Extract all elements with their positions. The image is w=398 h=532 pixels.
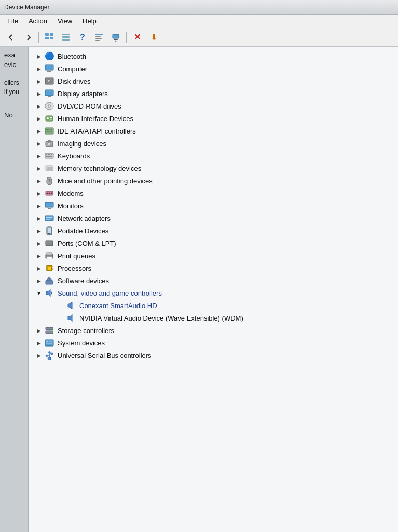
- svg-rect-84: [45, 340, 53, 346]
- expand-computer[interactable]: ▶: [35, 64, 43, 73]
- svg-point-94: [48, 357, 51, 360]
- menu-help[interactable]: Help: [77, 16, 102, 26]
- svg-point-24: [49, 105, 50, 107]
- keyboard-icon: [44, 151, 54, 161]
- expand-systemdevices[interactable]: ▶: [35, 339, 43, 347]
- expand-soundvideo[interactable]: ▼: [35, 289, 43, 297]
- expand-humaninterface[interactable]: ▶: [35, 114, 43, 123]
- expand-diskdrives[interactable]: ▶: [35, 77, 43, 85]
- update-driver-button[interactable]: [108, 31, 123, 44]
- expand-dvdcdrom[interactable]: ▶: [35, 102, 43, 110]
- expand-ports[interactable]: ▶: [35, 239, 43, 247]
- title-bar-text: Device Manager: [4, 4, 49, 11]
- expand-ideata[interactable]: ▶: [35, 127, 43, 135]
- svg-rect-54: [45, 216, 53, 221]
- toolbar: ? ✕ ⬇: [0, 28, 398, 47]
- scan-changes-button[interactable]: ⬇: [146, 31, 161, 44]
- svg-rect-62: [49, 242, 50, 243]
- expand-imaging[interactable]: ▶: [35, 139, 43, 148]
- svg-rect-16: [46, 72, 52, 72]
- svg-point-13: [115, 40, 117, 42]
- dvdcdrom-label: DVD/CD-ROM drives: [58, 102, 121, 110]
- expand-bluetooth[interactable]: ▶: [35, 52, 43, 60]
- svg-point-48: [47, 193, 48, 194]
- back-button[interactable]: [4, 31, 19, 44]
- svg-rect-91: [51, 353, 53, 355]
- tree-item-bluetooth[interactable]: ▶ 🔵 Bluetooth: [29, 50, 398, 62]
- svg-rect-4: [62, 34, 70, 35]
- tree-item-diskdrives[interactable]: ▶ Disk drives: [29, 75, 398, 87]
- svg-point-49: [49, 193, 50, 194]
- tree-item-displayadapters[interactable]: ▶ Display adapters: [29, 87, 398, 100]
- tree-item-nvidia-audio[interactable]: NVIDIA Virtual Audio Device (Wave Extens…: [29, 312, 398, 324]
- tree-item-conexant[interactable]: Conexant SmartAudio HD: [29, 299, 398, 312]
- expand-displayadapters[interactable]: ▶: [35, 89, 43, 98]
- usb-icon: [44, 351, 54, 360]
- expand-memorytech[interactable]: ▶: [35, 164, 43, 172]
- uninstall-button[interactable]: ✕: [130, 31, 144, 44]
- tree-item-ports[interactable]: ▶ Ports (COM & LPT): [29, 237, 398, 249]
- tree-item-systemdevices[interactable]: ▶ System devices: [29, 337, 398, 349]
- tree-item-networkadapters[interactable]: ▶ Network adapters: [29, 212, 398, 224]
- svg-rect-58: [48, 228, 51, 233]
- expand-printqueues[interactable]: ▶: [35, 251, 43, 260]
- expand-usb[interactable]: ▶: [35, 351, 43, 360]
- tree-item-dvdcdrom[interactable]: ▶ DVD/CD-ROM drives: [29, 100, 398, 112]
- forward-button[interactable]: [21, 31, 35, 44]
- svg-rect-85: [46, 341, 48, 342]
- svg-rect-8: [95, 36, 101, 37]
- svg-rect-56: [46, 219, 50, 220]
- tree-item-storagecontrollers[interactable]: ▶ Storage controllers: [29, 324, 398, 337]
- svg-point-34: [48, 142, 51, 145]
- properties-button[interactable]: [92, 31, 106, 44]
- expand-storagecontrollers[interactable]: ▶: [35, 326, 43, 335]
- tree-item-portabledevices[interactable]: ▶ Portable Devices: [29, 224, 398, 237]
- svg-rect-61: [47, 242, 48, 243]
- tree-item-computer[interactable]: ▶ Computer: [29, 62, 398, 75]
- svg-rect-31: [50, 129, 52, 130]
- menu-view[interactable]: View: [52, 16, 77, 26]
- tree-item-ideata[interactable]: ▶ IDE ATA/ATAPI controllers: [29, 125, 398, 137]
- tree-item-printqueues[interactable]: ▶ Print queues: [29, 249, 398, 262]
- menu-file[interactable]: File: [2, 16, 23, 26]
- menu-action[interactable]: Action: [23, 16, 52, 26]
- svg-point-82: [51, 328, 53, 329]
- tree-item-usb[interactable]: ▶ Universal Serial Bus controllers: [29, 349, 398, 362]
- expand-processors[interactable]: ▶: [35, 264, 43, 272]
- svg-rect-27: [50, 117, 52, 118]
- imaging-label: Imaging devices: [58, 140, 106, 148]
- tree-item-memorytech[interactable]: ▶ Memory technology devices: [29, 162, 398, 175]
- tree-item-keyboards[interactable]: ▶ Keyboards: [29, 150, 398, 162]
- dvd-icon: [44, 101, 54, 111]
- svg-rect-52: [48, 208, 51, 209]
- svg-point-19: [49, 81, 50, 82]
- svg-rect-15: [47, 71, 51, 72]
- expand-monitors[interactable]: ▶: [35, 202, 43, 210]
- view-device-by-type-button[interactable]: [42, 31, 57, 44]
- expand-modems[interactable]: ▶: [35, 189, 43, 197]
- tree-item-soundvideo[interactable]: ▼ Sound, video and game controllers: [29, 287, 398, 299]
- expand-keyboards[interactable]: ▶: [35, 152, 43, 160]
- expand-mice[interactable]: ▶: [35, 177, 43, 185]
- svg-rect-20: [45, 90, 53, 96]
- conexant-icon: [66, 301, 76, 310]
- help-button[interactable]: ?: [75, 31, 90, 44]
- expand-softwaredevices[interactable]: ▶: [35, 276, 43, 285]
- tree-item-humaninterface[interactable]: ▶ Human Interface Devices: [29, 112, 398, 125]
- tree-item-modems[interactable]: ▶ Modems: [29, 187, 398, 200]
- tree-item-processors[interactable]: ▶ Processors: [29, 262, 398, 274]
- left-panel-no: No: [4, 111, 24, 119]
- tree-item-imaging[interactable]: ▶ Imaging devices: [29, 137, 398, 150]
- menu-bar: File Action View Help: [0, 15, 398, 28]
- svg-rect-59: [48, 233, 50, 234]
- expand-portabledevices[interactable]: ▶: [35, 227, 43, 235]
- svg-rect-29: [45, 128, 53, 134]
- memorytech-label: Memory technology devices: [58, 165, 141, 172]
- tree-item-monitors[interactable]: ▶ Monitors: [29, 200, 398, 212]
- memorytech-icon: [44, 164, 54, 173]
- expand-networkadapters[interactable]: ▶: [35, 214, 43, 222]
- tree-item-mice[interactable]: ▶ Mice and other pointing devices: [29, 175, 398, 187]
- bluetooth-label: Bluetooth: [58, 52, 86, 60]
- view-device-by-connection-button[interactable]: [59, 31, 73, 44]
- tree-item-softwaredevices[interactable]: ▶ Software devices: [29, 274, 398, 287]
